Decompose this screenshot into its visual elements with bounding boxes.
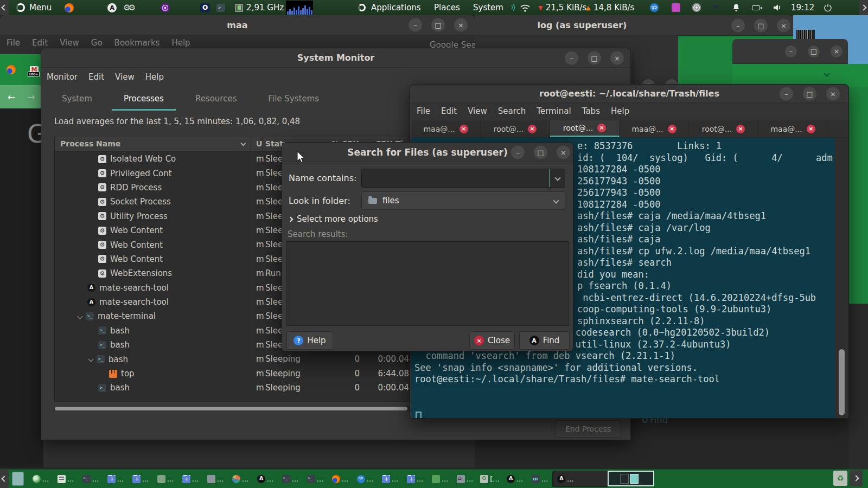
- taskbar-task[interactable]: ...: [103, 471, 128, 487]
- help-button[interactable]: ? Help: [286, 331, 333, 350]
- chevron-down-icon[interactable]: [824, 70, 829, 76]
- sysmon-menu-monitor[interactable]: Monitor: [47, 72, 78, 82]
- network-signal-icon[interactable]: [509, 2, 533, 13]
- maa-maximize-button[interactable]: □: [431, 18, 445, 32]
- search-results-list[interactable]: [286, 241, 569, 326]
- trash-applet-icon[interactable]: ♻: [833, 471, 847, 486]
- log-close-button[interactable]: ×: [777, 18, 790, 32]
- sysmon-menu-help[interactable]: Help: [145, 72, 164, 82]
- applications-menu[interactable]: Applications: [371, 3, 421, 12]
- tab-system[interactable]: System: [50, 89, 104, 111]
- terminal-tab[interactable]: maa@...×: [758, 120, 828, 137]
- show-desktop-button[interactable]: [12, 472, 24, 486]
- tab-close-icon[interactable]: ×: [459, 125, 468, 133]
- taskbar-task[interactable]: ...: [203, 471, 228, 487]
- system-menu[interactable]: System: [473, 3, 503, 12]
- terminal-menu-tabs[interactable]: Tabs: [582, 106, 600, 116]
- menu-label[interactable]: Menu: [29, 3, 52, 12]
- name-contains-combo[interactable]: [361, 169, 565, 188]
- firefox-tab-icon[interactable]: [7, 65, 16, 74]
- terminal-minimize-button[interactable]: –: [780, 87, 793, 100]
- sysmon-close-button[interactable]: ×: [610, 51, 624, 65]
- maa-menu-bookmarks[interactable]: Bookmarks: [114, 38, 160, 48]
- taskbar-collapse-left[interactable]: [0, 470, 9, 488]
- terminal-menu-terminal[interactable]: Terminal: [537, 106, 571, 116]
- firefox-tab-bar[interactable]: M100+: [0, 54, 43, 85]
- close-button[interactable]: × Close: [469, 331, 515, 350]
- sysmon-maximize-button[interactable]: □: [588, 51, 601, 65]
- dialog-maximize-button[interactable]: □: [534, 145, 547, 159]
- dark-triangle-tray-icon[interactable]: [712, 5, 719, 10]
- maa-menu-view[interactable]: View: [60, 38, 79, 48]
- power-icon[interactable]: [824, 3, 832, 12]
- terminal-tab[interactable]: maa@...×: [411, 120, 481, 137]
- terminal-tab[interactable]: root@...×: [689, 120, 758, 137]
- terminal-tab[interactable]: root@...×: [550, 120, 620, 137]
- firefox-toolbar[interactable]: ← →: [0, 85, 43, 108]
- dialog-titlebar[interactable]: Search for Files (as superuser) – □ ×: [282, 143, 573, 162]
- settings-gears-icon[interactable]: ⚙⚙: [123, 3, 133, 12]
- window-selector-applet[interactable]: [608, 471, 654, 486]
- taskbar-task[interactable]: ...: [527, 471, 552, 487]
- terminal-menu-help[interactable]: Help: [611, 106, 629, 116]
- taskbar-task[interactable]: ...: [552, 471, 609, 487]
- qbittorrent-tray-icon[interactable]: qb: [650, 3, 659, 12]
- clock[interactable]: 19:12: [791, 3, 814, 12]
- bgwin-close-button[interactable]: ×: [831, 46, 843, 57]
- taskbar-task[interactable]: ...: [303, 471, 328, 487]
- volume-icon[interactable]: [773, 3, 782, 12]
- taskbar-task[interactable]: ...: [427, 471, 452, 487]
- taskbar-task[interactable]: ...: [502, 471, 527, 487]
- log-minimize-button[interactable]: –: [731, 18, 745, 32]
- column-user[interactable]: U: [256, 139, 262, 148]
- column-process-name[interactable]: Process Name: [60, 139, 120, 148]
- find-button[interactable]: A Find: [519, 331, 570, 350]
- maa-menu-help[interactable]: Help: [171, 38, 190, 48]
- taskbar-task[interactable]: ...: [378, 471, 403, 487]
- back-icon[interactable]: ←: [8, 92, 15, 102]
- bgwin-maximize-button[interactable]: □: [808, 46, 820, 57]
- terminal-tab[interactable]: root@...×: [481, 120, 550, 137]
- search-tool-launcher-icon[interactable]: A: [107, 3, 117, 12]
- taskbar-task[interactable]: ...: [328, 471, 353, 487]
- gmail-tab-icon[interactable]: M100+: [30, 66, 39, 74]
- panel-collapse-left[interactable]: [0, 0, 9, 15]
- taskbar-task[interactable]: ...: [278, 471, 303, 487]
- terminal-menu-search[interactable]: Search: [498, 106, 526, 116]
- taskbar-task[interactable]: ...: [452, 471, 477, 487]
- taskbar-task[interactable]: ...: [178, 471, 203, 487]
- tab-close-icon[interactable]: ×: [807, 125, 815, 133]
- column-separator[interactable]: [251, 137, 251, 151]
- taskbar-task[interactable]: ...: [28, 471, 53, 487]
- maa-menu-file[interactable]: File: [7, 38, 20, 48]
- onion-tray-icon[interactable]: [692, 3, 701, 12]
- maa-menu-go[interactable]: Go: [91, 38, 103, 48]
- firefox-launcher-icon[interactable]: [65, 3, 74, 12]
- end-process-button[interactable]: End Process: [555, 420, 621, 438]
- mate-menu-icon[interactable]: [16, 3, 25, 12]
- purple-ring-app-icon[interactable]: [161, 3, 170, 12]
- magenta-app-tray-icon[interactable]: [672, 3, 680, 12]
- taskbar-task[interactable]: ...: [228, 471, 253, 487]
- terminal-tab[interactable]: maa@...×: [620, 120, 689, 137]
- chevron-down-icon[interactable]: [553, 197, 559, 203]
- select-more-options-expander[interactable]: Select more options: [289, 214, 378, 224]
- taskbar-task[interactable]: ...: [353, 471, 378, 487]
- tab-file-systems[interactable]: File Systems: [257, 89, 331, 111]
- terminal-maximize-button[interactable]: □: [803, 87, 816, 100]
- maa-window-titlebar[interactable]: maa – □ ×: [0, 15, 475, 35]
- tab-processes[interactable]: Processes: [112, 89, 176, 111]
- cpu-frequency[interactable]: 2,91 GHz: [246, 3, 284, 12]
- log-window-titlebar[interactable]: log (as superuser) – □ ×: [475, 15, 793, 36]
- tab-close-icon[interactable]: ×: [528, 125, 537, 133]
- chevron-down-icon[interactable]: [554, 175, 560, 181]
- background-window-titlebar-right[interactable]: – □ ×: [732, 39, 848, 64]
- sysmon-minimize-button[interactable]: –: [565, 51, 578, 65]
- panel-collapse-right[interactable]: [859, 0, 868, 15]
- places-menu[interactable]: Places: [434, 3, 460, 12]
- terminal-menu-view[interactable]: View: [468, 106, 487, 116]
- forward-icon[interactable]: →: [27, 92, 35, 102]
- expander-icon[interactable]: [78, 314, 83, 319]
- sysmon-menu-edit[interactable]: Edit: [88, 72, 104, 82]
- dialog-minimize-button[interactable]: –: [511, 145, 525, 159]
